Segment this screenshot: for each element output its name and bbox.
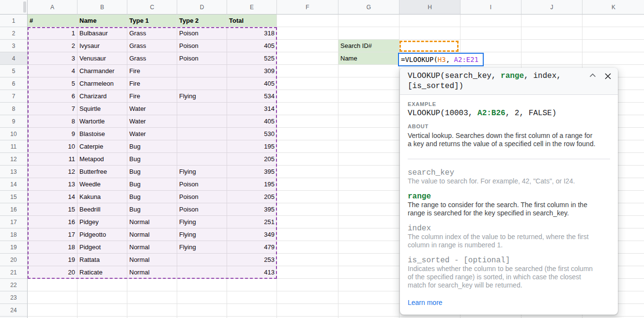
cell-F3[interactable] bbox=[277, 40, 338, 52]
cell-H2[interactable] bbox=[399, 27, 460, 40]
cell-F13[interactable] bbox=[277, 166, 338, 178]
close-icon[interactable] bbox=[605, 73, 611, 79]
cell-I1[interactable] bbox=[460, 15, 521, 27]
cell-A3[interactable]: 2 bbox=[28, 40, 77, 52]
cell-D3[interactable]: Poison bbox=[177, 40, 227, 52]
cell-B16[interactable]: Beedrill bbox=[77, 203, 127, 216]
cell-D18[interactable]: Flying bbox=[177, 228, 227, 241]
cell-F2[interactable] bbox=[277, 27, 338, 40]
cell-C15[interactable]: Bug bbox=[127, 191, 177, 203]
cell-B22[interactable] bbox=[77, 279, 127, 291]
cell-C5[interactable]: Fire bbox=[127, 65, 177, 77]
row-header-5[interactable]: 5 bbox=[0, 65, 28, 77]
cell-G9[interactable] bbox=[338, 115, 399, 128]
cell-F10[interactable] bbox=[277, 128, 338, 140]
cell-G22[interactable] bbox=[338, 279, 399, 291]
cell-K2[interactable] bbox=[583, 27, 644, 40]
cell-C23[interactable] bbox=[127, 291, 177, 304]
cell-G23[interactable] bbox=[338, 291, 399, 304]
cell-H3[interactable] bbox=[399, 40, 460, 52]
cell-F4[interactable] bbox=[277, 52, 338, 65]
cell-G8[interactable] bbox=[338, 103, 399, 115]
cell-G1[interactable] bbox=[338, 15, 399, 27]
cell-G19[interactable] bbox=[338, 241, 399, 254]
cell-A21[interactable]: 20 bbox=[28, 266, 77, 279]
row-header-21[interactable]: 21 bbox=[0, 266, 28, 279]
cell-J3[interactable] bbox=[521, 40, 583, 52]
cell-F19[interactable] bbox=[277, 241, 338, 254]
cell-G5[interactable] bbox=[338, 65, 399, 77]
cell-B12[interactable]: Metapod bbox=[77, 153, 127, 166]
cell-D11[interactable] bbox=[177, 140, 227, 153]
cell-A15[interactable]: 14 bbox=[28, 191, 77, 203]
cell-A18[interactable]: 17 bbox=[28, 228, 77, 241]
cell-G17[interactable] bbox=[338, 216, 399, 228]
cell-A16[interactable]: 15 bbox=[28, 203, 77, 216]
cell-C13[interactable]: Bug bbox=[127, 166, 177, 178]
cell-E10[interactable]: 530 bbox=[227, 128, 277, 140]
cell-F24[interactable] bbox=[277, 304, 338, 317]
cell-F22[interactable] bbox=[277, 279, 338, 291]
row-header-24[interactable]: 24 bbox=[0, 304, 28, 317]
cell-B7[interactable]: Charizard bbox=[77, 90, 127, 103]
cell-D6[interactable] bbox=[177, 77, 227, 90]
cell-B14[interactable]: Weedle bbox=[77, 178, 127, 191]
cell-B2[interactable]: Bulbasaur bbox=[77, 27, 127, 40]
cell-C17[interactable]: Normal bbox=[127, 216, 177, 228]
cell-F15[interactable] bbox=[277, 191, 338, 203]
cell-A14[interactable]: 13 bbox=[28, 178, 77, 191]
cell-A22[interactable] bbox=[28, 279, 77, 291]
cell-G3[interactable]: Search ID# bbox=[338, 40, 399, 52]
cell-A5[interactable]: 4 bbox=[28, 65, 77, 77]
cell-J1[interactable] bbox=[521, 15, 583, 27]
cell-C8[interactable]: Water bbox=[127, 103, 177, 115]
cell-F8[interactable] bbox=[277, 103, 338, 115]
cell-B19[interactable]: Pidgeot bbox=[77, 241, 127, 254]
cell-E5[interactable]: 309 bbox=[227, 65, 277, 77]
cell-E12[interactable]: 205 bbox=[227, 153, 277, 166]
cell-C12[interactable]: Bug bbox=[127, 153, 177, 166]
cell-E15[interactable]: 205 bbox=[227, 191, 277, 203]
row-header-14[interactable]: 14 bbox=[0, 178, 28, 191]
cell-A19[interactable]: 18 bbox=[28, 241, 77, 254]
cell-B3[interactable]: Ivysaur bbox=[77, 40, 127, 52]
cell-C19[interactable]: Normal bbox=[127, 241, 177, 254]
cell-G7[interactable] bbox=[338, 90, 399, 103]
cell-E23[interactable] bbox=[227, 291, 277, 304]
row-header-4[interactable]: 4 bbox=[0, 52, 28, 65]
cell-B1[interactable]: Name bbox=[77, 15, 127, 27]
cell-F11[interactable] bbox=[277, 140, 338, 153]
cell-B10[interactable]: Blastoise bbox=[77, 128, 127, 140]
column-header-J[interactable]: J bbox=[521, 0, 583, 15]
column-header-B[interactable]: B bbox=[77, 0, 127, 15]
cell-G20[interactable] bbox=[338, 254, 399, 266]
row-header-19[interactable]: 19 bbox=[0, 241, 28, 254]
cell-C10[interactable]: Water bbox=[127, 128, 177, 140]
cell-C7[interactable]: Fire bbox=[127, 90, 177, 103]
cell-D14[interactable]: Poison bbox=[177, 178, 227, 191]
cell-D24[interactable] bbox=[177, 304, 227, 317]
cell-B18[interactable]: Pidgeotto bbox=[77, 228, 127, 241]
cell-G12[interactable] bbox=[338, 153, 399, 166]
cell-G13[interactable] bbox=[338, 166, 399, 178]
cell-E19[interactable]: 479 bbox=[227, 241, 277, 254]
row-header-9[interactable]: 9 bbox=[0, 115, 28, 128]
cell-C2[interactable]: Grass bbox=[127, 27, 177, 40]
cell-F7[interactable] bbox=[277, 90, 338, 103]
cell-D9[interactable] bbox=[177, 115, 227, 128]
cell-E16[interactable]: 395 bbox=[227, 203, 277, 216]
cell-F5[interactable] bbox=[277, 65, 338, 77]
row-header-1[interactable]: 1 bbox=[0, 15, 28, 27]
cell-K1[interactable] bbox=[583, 15, 644, 27]
row-header-16[interactable]: 16 bbox=[0, 203, 28, 216]
cell-B6[interactable]: Charmeleon bbox=[77, 77, 127, 90]
cell-C1[interactable]: Type 1 bbox=[127, 15, 177, 27]
cell-K4[interactable] bbox=[583, 52, 644, 65]
column-header-D[interactable]: D bbox=[177, 0, 227, 15]
cell-E20[interactable]: 253 bbox=[227, 254, 277, 266]
cell-D2[interactable]: Poison bbox=[177, 27, 227, 40]
column-header-H[interactable]: H bbox=[399, 0, 460, 15]
cell-A17[interactable]: 16 bbox=[28, 216, 77, 228]
learn-more-link[interactable]: Learn more bbox=[408, 299, 443, 306]
cell-G24[interactable] bbox=[338, 304, 399, 317]
